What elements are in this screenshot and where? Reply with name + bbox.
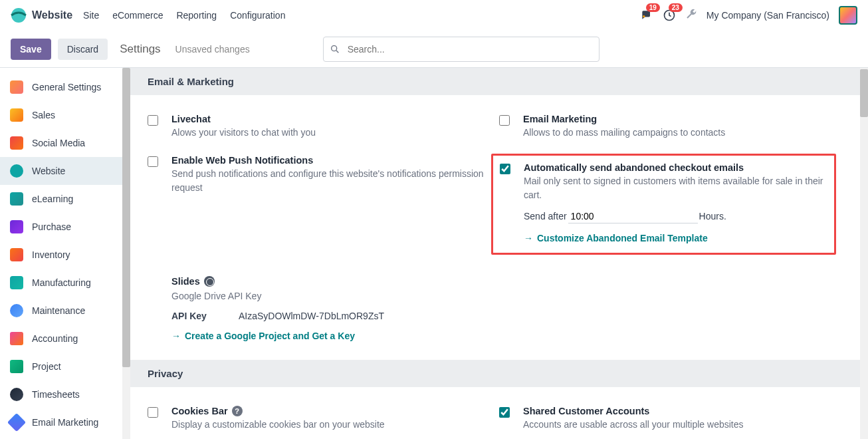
- company-switcher[interactable]: My Company (San Francisco): [706, 10, 829, 21]
- hours-label: Hours.: [699, 211, 726, 221]
- sidebar-item-sales[interactable]: Sales: [0, 101, 130, 129]
- api-key-label: API Key: [171, 311, 207, 321]
- sidebar-item-website[interactable]: Website: [0, 157, 130, 185]
- sidebar-item-label: Website: [32, 166, 65, 176]
- shared-accounts-desc: Accounts are usable across all your mult…: [523, 418, 844, 431]
- debug-button[interactable]: [685, 8, 697, 22]
- shared-accounts-title: Shared Customer Accounts: [523, 406, 649, 416]
- nav-site[interactable]: Site: [83, 10, 99, 21]
- page-title: Settings: [120, 43, 160, 56]
- arrow-icon: →: [171, 331, 181, 341]
- app-name: Website: [32, 9, 72, 21]
- slides-desc: Google Drive API Key: [171, 289, 844, 303]
- abandoned-title: Automatically send abandoned checkout em…: [524, 162, 744, 173]
- sidebar-item-manufacturing[interactable]: Manufacturing: [0, 269, 130, 297]
- sidebar-icon: [9, 136, 24, 150]
- settings-sidebar: General SettingsSalesSocial MediaWebsite…: [0, 68, 130, 439]
- activities-button[interactable]: 23: [663, 9, 676, 22]
- email-marketing-desc: Allows to do mass mailing campaigns to c…: [523, 126, 844, 139]
- sidebar-icon: [9, 108, 24, 122]
- email-marketing-title: Email Marketing: [523, 114, 597, 124]
- user-avatar[interactable]: [839, 6, 857, 25]
- sidebar-item-inventory[interactable]: Inventory: [0, 241, 130, 269]
- sidebar-item-label: Project: [32, 361, 61, 372]
- sidebar-scrollbar[interactable]: [122, 68, 130, 439]
- setting-livechat: Livechat Alows your visitors to chat wit…: [148, 106, 499, 147]
- sidebar-item-timesheets[interactable]: Timesheets: [0, 380, 130, 408]
- sidebar-item-social-media[interactable]: Social Media: [0, 129, 130, 157]
- customize-email-template-link[interactable]: → Customize Abandoned Email Template: [524, 233, 708, 243]
- nav-links: Site eCommerce Reporting Configuration: [83, 10, 285, 21]
- nav-configuration[interactable]: Configuration: [230, 10, 285, 21]
- messages-button[interactable]: 19: [640, 9, 653, 22]
- send-after-input[interactable]: [568, 210, 698, 223]
- google-project-link-text: Create a Google Project and Get a Key: [185, 331, 355, 341]
- settings-main: Email & Marketing Livechat Alows your vi…: [130, 68, 868, 439]
- sidebar-icon: [9, 164, 24, 178]
- web-push-checkbox[interactable]: [148, 156, 158, 167]
- sidebar-item-maintenance[interactable]: Maintenance: [0, 297, 130, 325]
- cookies-bar-checkbox[interactable]: [148, 407, 158, 418]
- sidebar-icon: [9, 220, 24, 234]
- sidebar-icon: [9, 387, 24, 402]
- sidebar-item-label: Sales: [32, 110, 55, 120]
- sidebar-icon: [9, 275, 24, 290]
- cookies-bar-desc: Display a customizable cookies bar on yo…: [171, 418, 492, 431]
- body: General SettingsSalesSocial MediaWebsite…: [0, 68, 868, 439]
- sidebar-item-label: Accounting: [32, 333, 78, 344]
- activities-badge: 23: [669, 3, 683, 12]
- setting-cookies-bar: Cookies Bar ? Display a customizable coo…: [148, 398, 499, 439]
- livechat-checkbox[interactable]: [148, 115, 158, 126]
- section-header-privacy: Privacy: [130, 360, 868, 387]
- slides-title-text: Slides: [171, 276, 200, 287]
- app-switcher[interactable]: Website: [11, 7, 72, 23]
- setting-web-push: Enable Web Push Notifications Send push …: [148, 147, 499, 264]
- sidebar-item-label: Social Media: [32, 138, 85, 148]
- sidebar-item-accounting[interactable]: Accounting: [0, 325, 130, 353]
- sidebar-item-project[interactable]: Project: [0, 353, 130, 380]
- abandoned-checkbox[interactable]: [500, 164, 510, 174]
- sidebar-item-general-settings[interactable]: General Settings: [0, 73, 130, 101]
- sidebar-item-label: General Settings: [32, 82, 101, 92]
- setting-slides: Slides Google Drive API Key API Key AIza…: [148, 268, 851, 349]
- sidebar-item-label: eLearning: [32, 194, 73, 204]
- sidebar-icon: [9, 415, 24, 430]
- web-push-title: Enable Web Push Notifications: [171, 155, 313, 166]
- globe-icon: [204, 276, 215, 287]
- website-logo-icon: [11, 7, 27, 23]
- setting-email-marketing: Email Marketing Allows to do mass mailin…: [499, 106, 851, 147]
- customize-link-text: Customize Abandoned Email Template: [537, 233, 708, 243]
- sidebar-item-email-marketing[interactable]: Email Marketing: [0, 408, 130, 436]
- discard-button[interactable]: Discard: [58, 39, 108, 60]
- cookies-bar-title-text: Cookies Bar: [171, 406, 228, 416]
- search-input[interactable]: [323, 37, 599, 62]
- topnav-right: 19 23 My Company (San Francisco): [640, 6, 857, 25]
- section-body-email-marketing: Livechat Alows your visitors to chat wit…: [130, 95, 868, 360]
- setting-shared-accounts: Shared Customer Accounts Accounts are us…: [499, 398, 851, 439]
- svg-point-3: [331, 45, 336, 51]
- sidebar-item-employees[interactable]: Employees: [0, 436, 130, 439]
- nav-reporting[interactable]: Reporting: [176, 10, 217, 21]
- main-scrollbar[interactable]: [860, 68, 868, 439]
- sidebar-icon: [9, 247, 24, 262]
- wrench-icon: [685, 8, 697, 20]
- send-after-label: Send after: [524, 211, 567, 221]
- messages-badge: 19: [646, 3, 660, 12]
- section-header-email-marketing: Email & Marketing: [130, 68, 868, 95]
- svg-line-4: [336, 51, 338, 53]
- email-marketing-checkbox[interactable]: [499, 115, 510, 126]
- highlight-box: Automatically send abandoned checkout em…: [491, 154, 836, 255]
- setting-abandoned-checkout: Automatically send abandoned checkout em…: [499, 147, 851, 264]
- sidebar-item-elearning[interactable]: eLearning: [0, 185, 130, 213]
- help-icon[interactable]: ?: [232, 406, 243, 416]
- sidebar-item-label: Maintenance: [32, 305, 85, 316]
- abandoned-desc: Mail only sent to signed in customers wi…: [524, 174, 827, 202]
- sidebar-item-purchase[interactable]: Purchase: [0, 213, 130, 241]
- arrow-icon: →: [524, 233, 533, 243]
- create-google-project-link[interactable]: → Create a Google Project and Get a Key: [171, 331, 355, 341]
- shared-accounts-checkbox[interactable]: [499, 407, 510, 418]
- nav-ecommerce[interactable]: eCommerce: [112, 10, 163, 21]
- svg-point-0: [11, 8, 26, 23]
- top-nav: Website Site eCommerce Reporting Configu…: [0, 0, 868, 31]
- save-button[interactable]: Save: [11, 39, 51, 60]
